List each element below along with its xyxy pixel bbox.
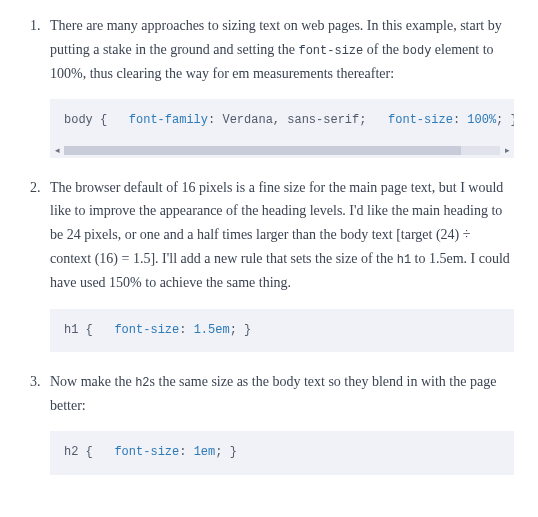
step-1: There are many approaches to sizing text… <box>44 14 514 158</box>
code-block-3-content[interactable]: h2 { font-size: 1em; } <box>50 431 514 474</box>
scroll-thumb[interactable] <box>64 146 461 155</box>
code-block-1-scrollbar[interactable]: ◂ ▸ <box>50 143 514 158</box>
code-block-1: body { font-family: Verdana, sans-serif;… <box>50 99 514 157</box>
step-1-paragraph: There are many approaches to sizing text… <box>50 14 514 85</box>
step-3-paragraph: Now make the h2s the same size as the bo… <box>50 370 514 418</box>
step-1-text-b: of the <box>363 42 402 57</box>
code-block-2-content[interactable]: h1 { font-size: 1.5em; } <box>50 309 514 352</box>
code-block-2: h1 { font-size: 1.5em; } <box>50 309 514 352</box>
steps-list: There are many approaches to sizing text… <box>24 14 514 475</box>
step-3-text-a: Now make the <box>50 374 135 389</box>
step-2: The browser default of 16 pixels is a fi… <box>44 176 514 352</box>
step-3: Now make the h2s the same size as the bo… <box>44 370 514 475</box>
step-2-paragraph: The browser default of 16 pixels is a fi… <box>50 176 514 295</box>
inline-code-h1: h1 <box>397 253 411 267</box>
scroll-track[interactable] <box>64 146 500 155</box>
code-block-3: h2 { font-size: 1em; } <box>50 431 514 474</box>
inline-code-h2: h2 <box>135 376 149 390</box>
inline-code-body: body <box>403 44 432 58</box>
inline-code-font-size: font-size <box>298 44 363 58</box>
scroll-right-icon[interactable]: ▸ <box>500 143 514 158</box>
code-block-1-content[interactable]: body { font-family: Verdana, sans-serif;… <box>50 99 514 142</box>
scroll-left-icon[interactable]: ◂ <box>50 143 64 158</box>
